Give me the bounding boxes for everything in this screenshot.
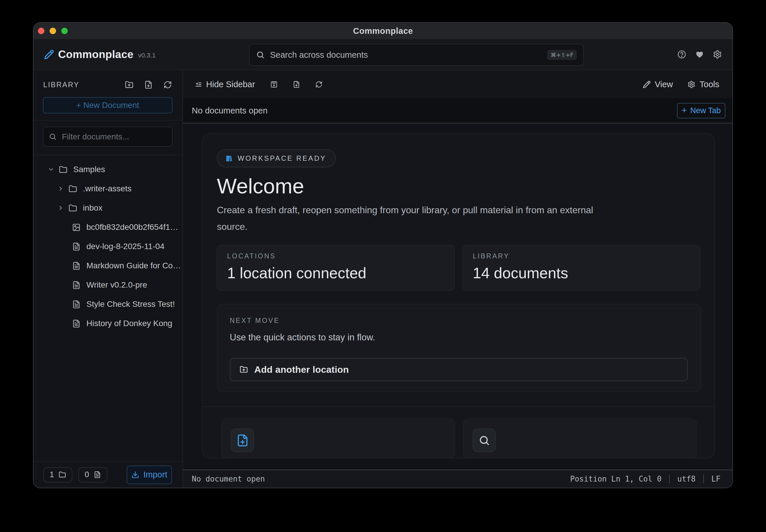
minimize-window-button[interactable] — [50, 28, 56, 34]
tree-item-label: History of Donkey Kong — [86, 319, 172, 328]
new-tab-button[interactable]: + New Tab — [677, 103, 725, 118]
add-location-button[interactable]: Add another location — [230, 358, 688, 381]
titlebar: Commonplace — [34, 23, 732, 39]
tree-item-folder[interactable]: Samples — [34, 160, 182, 179]
new-document-quick-card[interactable] — [221, 419, 455, 459]
encoding[interactable]: utf8 — [677, 475, 696, 483]
quick-actions-row — [221, 419, 697, 459]
sidebar-divider — [34, 120, 182, 120]
no-documents-open-label: No documents open — [192, 106, 268, 115]
hide-sidebar-button[interactable]: Hide Sidebar — [195, 80, 255, 89]
tree-item-label: Samples — [73, 165, 105, 174]
new-tab-label: New Tab — [690, 106, 721, 115]
image-icon — [72, 223, 81, 232]
folder-count-badge: 1 — [43, 467, 72, 482]
hide-sidebar-label: Hide Sidebar — [206, 80, 255, 89]
file-text-icon — [72, 319, 81, 328]
document-tree: Samples .writer-assets inbox bc0f — [34, 155, 182, 333]
save-icon[interactable] — [270, 81, 278, 88]
welcome-subtitle: Create a fresh draft, reopen something f… — [217, 202, 608, 235]
next-move-label: NEXT MOVE — [230, 317, 688, 325]
eol-mode[interactable]: LF — [711, 475, 721, 483]
tree-item-label: Writer v0.2.0-pre — [86, 280, 147, 290]
chevron-down-icon — [48, 166, 54, 173]
next-move-card: NEXT MOVE Use the quick actions to stay … — [217, 304, 701, 392]
global-search-input[interactable]: Search across documents ⌘+⇧+F — [249, 44, 584, 66]
workspace-ready-badge: WORKSPACE READY — [217, 149, 336, 167]
tree-item-image[interactable]: bc0fb832de00b2f654f1… — [34, 218, 182, 237]
folder-icon — [69, 185, 77, 193]
folder-plus-icon — [240, 365, 248, 374]
new-document-quick-button[interactable] — [231, 428, 254, 452]
panel-divider — [202, 406, 714, 407]
zoom-window-button[interactable] — [61, 28, 68, 34]
refresh-icon[interactable] — [315, 81, 323, 88]
settings-gear-icon[interactable] — [713, 50, 722, 59]
import-label: Import — [143, 470, 167, 479]
folder-icon — [59, 165, 67, 174]
tree-item-folder[interactable]: .writer-assets — [34, 179, 182, 198]
locations-value: 1 location connected — [227, 264, 444, 282]
search-shortcut-badge: ⌘+⇧+F — [547, 50, 577, 60]
search-quick-button[interactable] — [473, 428, 496, 452]
file-text-icon — [72, 281, 81, 289]
tree-item-document[interactable]: Markdown Guide for Co… — [34, 256, 182, 275]
folder-icon — [59, 471, 66, 478]
tree-item-document[interactable]: Style Check Stress Test! — [34, 295, 182, 314]
library-value: 14 documents — [473, 264, 690, 282]
folder-icon — [69, 204, 77, 212]
pencil-icon — [643, 81, 651, 88]
tree-item-label: bc0fb832de00b2f654f1… — [86, 223, 178, 232]
filter-placeholder: Filter documents... — [62, 132, 129, 141]
tree-item-folder[interactable]: inbox — [34, 198, 182, 218]
tree-item-document[interactable]: Writer v0.2.0-pre — [34, 275, 182, 295]
library-books-icon — [225, 155, 232, 162]
refresh-library-icon[interactable] — [163, 81, 172, 89]
download-icon — [131, 471, 139, 479]
document-count-badge: 0 — [78, 467, 107, 482]
gear-icon — [688, 81, 695, 88]
sidebar-footer: 1 0 Import — [34, 461, 182, 488]
tree-item-document[interactable]: History of Donkey Kong — [34, 314, 182, 333]
header-actions — [677, 50, 722, 59]
main-column: Hide Sidebar View Tools No documents ope… — [183, 70, 732, 488]
welcome-screen: WORKSPACE READY Welcome Create a fresh d… — [183, 123, 732, 470]
filter-search-icon — [49, 133, 57, 141]
editor-toolbar: Hide Sidebar View Tools — [183, 70, 732, 98]
import-button[interactable]: Import — [127, 465, 172, 484]
app-logo-pencil-icon — [44, 50, 54, 59]
file-text-icon — [72, 242, 81, 251]
welcome-title: Welcome — [217, 174, 304, 198]
tree-item-document[interactable]: dev-log-8-2025-11-04 — [34, 237, 182, 256]
view-menu-button[interactable]: View — [643, 80, 673, 89]
tools-menu-button[interactable]: Tools — [688, 80, 719, 89]
search-icon — [478, 435, 490, 446]
tab-bar: No documents open + New Tab — [183, 98, 732, 123]
sidebar: LIBRARY + New Document Filter documents.… — [34, 70, 183, 488]
file-text-icon — [72, 262, 81, 270]
app-version: v0.3.1 — [138, 52, 155, 59]
status-separator — [669, 475, 670, 483]
tree-item-label: inbox — [83, 203, 102, 213]
folder-count: 1 — [50, 470, 54, 479]
locations-stat-card: LOCATIONS 1 location connected — [217, 245, 455, 291]
heart-icon[interactable] — [695, 50, 704, 59]
new-file-icon[interactable] — [144, 81, 153, 89]
filter-documents-input[interactable]: Filter documents... — [43, 127, 172, 147]
search-quick-card[interactable] — [463, 419, 697, 459]
app-header: Commonplace v0.3.1 Search across documen… — [34, 39, 732, 70]
new-folder-icon[interactable] — [125, 81, 133, 89]
plus-icon: + — [682, 105, 687, 115]
help-icon[interactable] — [677, 50, 686, 59]
new-document-button[interactable]: + New Document — [43, 97, 172, 113]
add-location-label: Add another location — [254, 364, 349, 375]
tree-item-label: Markdown Guide for Co… — [86, 261, 181, 270]
file-text-icon — [72, 300, 81, 309]
status-bar: No document open Position Ln 1, Col 0 ut… — [183, 470, 732, 488]
close-window-button[interactable] — [38, 28, 44, 34]
library-section-label: LIBRARY — [43, 81, 79, 89]
file-plus-icon — [236, 434, 249, 447]
chevron-right-icon — [57, 185, 64, 192]
window-title: Commonplace — [353, 26, 413, 36]
new-file-icon[interactable] — [293, 81, 300, 88]
